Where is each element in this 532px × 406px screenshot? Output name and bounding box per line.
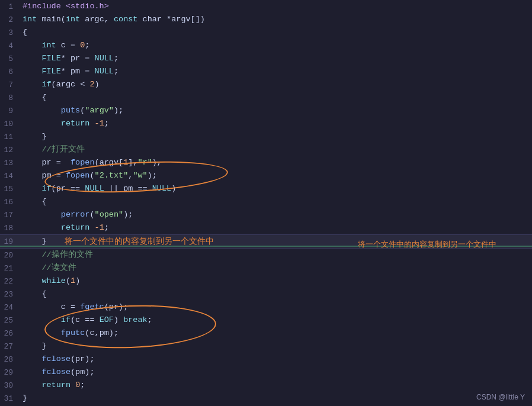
- line-number: 27: [0, 342, 18, 351]
- line-content: if(pr == NULL || pm == NULL): [18, 182, 176, 195]
- table-row: 11 }: [0, 130, 532, 143]
- table-row: 3{: [0, 26, 532, 39]
- line-content: if(argc < 2): [18, 78, 100, 91]
- line-number: 23: [0, 290, 18, 299]
- line-content: puts("argv");: [18, 104, 123, 117]
- line-content: return -1;: [18, 117, 109, 130]
- table-row: 31}: [0, 392, 532, 405]
- table-row: 21 //读文件: [0, 262, 532, 275]
- line-number: 18: [0, 224, 18, 233]
- line-number: 10: [0, 120, 18, 128]
- line-number: 4: [0, 41, 18, 50]
- table-row: 26 fputc(c,pm);: [0, 327, 532, 340]
- table-row: 12 //打开文件: [0, 143, 532, 156]
- line-number: 2: [0, 15, 18, 24]
- line-content: perror("open");: [18, 208, 133, 221]
- line-content: {: [18, 195, 47, 208]
- divider: [0, 246, 532, 247]
- table-row: 2int main(int argc, const char *argv[]): [0, 13, 532, 26]
- table-row: 24 c = fgetc(pr);: [0, 301, 532, 314]
- line-content: {: [18, 288, 47, 301]
- table-row: 18 return -1;: [0, 221, 532, 234]
- line-content: //读文件: [18, 262, 76, 275]
- table-row: 30 return 0;: [0, 379, 532, 392]
- table-row: 22 while(1): [0, 275, 532, 288]
- line-number: 30: [0, 381, 18, 390]
- table-row: 13 pr = fopen(argv[1],"r"),: [0, 156, 532, 169]
- table-row: 23 {: [0, 288, 532, 301]
- line-number: 13: [0, 159, 18, 167]
- line-number: 7: [0, 80, 18, 89]
- line-number: 14: [0, 172, 18, 181]
- line-number: 17: [0, 211, 18, 220]
- line-content: }: [18, 130, 47, 143]
- line-number: 22: [0, 277, 18, 286]
- line-content: FILE* pm = NULL;: [18, 65, 118, 78]
- table-row: 27 }: [0, 340, 532, 353]
- line-content: //打开文件: [18, 143, 85, 156]
- line-number: 31: [0, 394, 18, 403]
- table-row: 20 //操作的文件: [0, 249, 532, 262]
- line-content: }: [18, 340, 47, 353]
- line-number: 16: [0, 198, 18, 207]
- line-number: 26: [0, 329, 18, 338]
- line-content: fputc(c,pm);: [18, 327, 118, 340]
- line-number: 11: [0, 133, 18, 141]
- line-content: return -1;: [18, 221, 109, 234]
- table-row: 16 {: [0, 195, 532, 208]
- line-content: //操作的文件: [18, 249, 93, 262]
- table-row: 1#include <stdio.h>: [0, 0, 532, 13]
- line-number: 21: [0, 264, 18, 273]
- table-row: 9 puts("argv");: [0, 104, 532, 117]
- line-content: c = fgetc(pr);: [18, 301, 128, 314]
- table-row: 6 FILE* pm = NULL;: [0, 65, 532, 78]
- table-row: 14 pm = fopen("2.txt","w");: [0, 169, 532, 182]
- table-row: 25 if(c == EOF) break;: [0, 314, 532, 327]
- line-number: 5: [0, 54, 18, 63]
- line-content: fclose(pr);: [18, 353, 95, 366]
- table-row: 29 fclose(pm);: [0, 366, 532, 379]
- line-number: 19: [0, 237, 18, 246]
- line-content: {: [18, 91, 47, 104]
- table-row: 8 {: [0, 91, 532, 104]
- table-row: 4 int c = 0;: [0, 39, 532, 52]
- line-content: int c = 0;: [18, 39, 89, 52]
- line-number: 1: [0, 2, 18, 11]
- line-content: {: [18, 26, 27, 39]
- table-row: 5 FILE* pr = NULL;: [0, 52, 532, 65]
- table-row: 10 return -1;: [0, 117, 532, 130]
- table-row: 15 if(pr == NULL || pm == NULL): [0, 182, 532, 195]
- watermark: CSDN @little Y: [476, 393, 525, 401]
- line-number: 25: [0, 316, 18, 325]
- table-row: 28 fclose(pr);: [0, 353, 532, 366]
- line-content: return 0;: [18, 379, 85, 392]
- code-editor: 1#include <stdio.h>2int main(int argc, c…: [0, 0, 532, 406]
- line-content: while(1): [18, 275, 80, 288]
- line-number: 8: [0, 94, 18, 102]
- line-content: pr = fopen(argv[1],"r"),: [18, 156, 162, 169]
- line-content: }: [18, 392, 27, 405]
- line-content: pm = fopen("2.txt","w");: [18, 169, 157, 182]
- table-row: 17 perror("open");: [0, 208, 532, 221]
- line-number: 28: [0, 355, 18, 364]
- line-number: 20: [0, 251, 18, 260]
- line-content: if(c == EOF) break;: [18, 314, 152, 327]
- line-content: FILE* pr = NULL;: [18, 52, 118, 65]
- line-number: 15: [0, 185, 18, 194]
- line-content: #include <stdio.h>: [18, 0, 109, 13]
- line-content: fclose(pm);: [18, 366, 95, 379]
- table-row: 7 if(argc < 2): [0, 78, 532, 91]
- line-content: int main(int argc, const char *argv[]): [18, 13, 205, 26]
- line-number: 9: [0, 107, 18, 115]
- line-number: 3: [0, 28, 18, 37]
- line-number: 29: [0, 368, 18, 377]
- line-number: 12: [0, 146, 18, 154]
- line-number: 24: [0, 303, 18, 312]
- line-number: 6: [0, 67, 18, 76]
